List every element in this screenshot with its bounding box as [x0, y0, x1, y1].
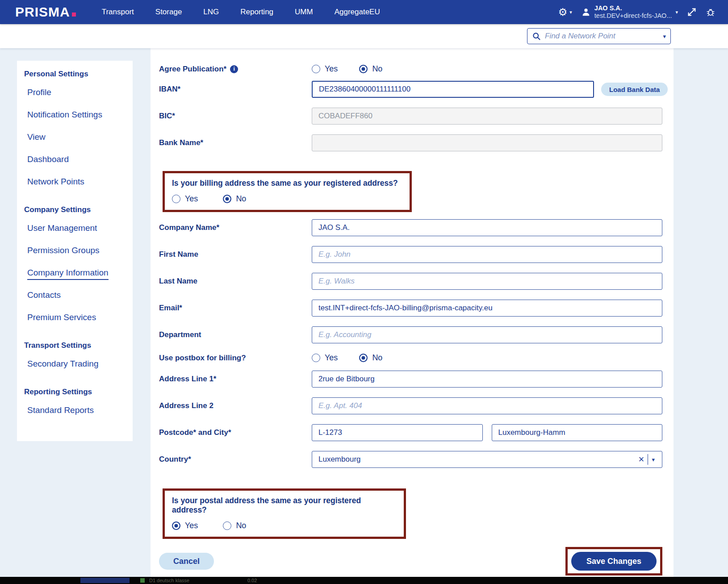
radio-circle: [172, 195, 180, 203]
postbox-no-radio[interactable]: No: [359, 353, 382, 363]
postal-yes-radio[interactable]: Yes: [172, 521, 198, 530]
secondary-bar: ▾: [0, 24, 728, 48]
sidebar-item-secondary-trading[interactable]: Secondary Trading: [24, 353, 133, 375]
radio-circle-selected: [172, 521, 180, 530]
sidebar-item-standard-reports[interactable]: Standard Reports: [24, 399, 133, 421]
bank-name-input: [312, 134, 662, 151]
background-window-text: D1 deutsch klasse: [149, 578, 189, 583]
nav-umm[interactable]: UMM: [295, 8, 313, 17]
first-name-input[interactable]: [312, 246, 662, 263]
sidebar-item-network-points[interactable]: Network Points: [24, 171, 133, 193]
postal-question-radio-group: Yes No: [172, 521, 397, 530]
settings-menu[interactable]: ⚙ ▾: [558, 7, 572, 17]
bank-name-label: Bank Name*: [159, 138, 312, 147]
nav-aggregateeu[interactable]: AggregateEU: [335, 8, 380, 17]
info-icon[interactable]: i: [230, 65, 238, 73]
billing-question-label: Is your billing address the same as your…: [172, 179, 402, 188]
city-input[interactable]: [492, 424, 663, 441]
user-icon: [581, 7, 591, 17]
country-select[interactable]: Luxembourg × ▾: [312, 451, 662, 468]
iban-input[interactable]: [312, 81, 594, 98]
sidebar-section-company: Company Settings: [24, 205, 133, 214]
billing-yes-radio[interactable]: Yes: [172, 194, 198, 204]
address-line-1-input[interactable]: [312, 371, 662, 388]
radio-circle-selected: [359, 354, 368, 362]
nav-storage[interactable]: Storage: [155, 8, 182, 17]
background-window-text: 0.02: [247, 578, 257, 583]
radio-circle: [312, 65, 320, 73]
sidebar-item-premium-services[interactable]: Premium Services: [24, 306, 133, 329]
bic-label: BIC*: [159, 112, 312, 121]
fullscreen-icon[interactable]: [687, 7, 697, 17]
first-name-label: First Name: [159, 250, 312, 259]
billing-question-radio-group: Yes No: [172, 194, 402, 204]
agree-publication-label: Agree Publication* i: [159, 65, 312, 74]
background-window-strip: D1 deutsch klasse 0.02: [0, 577, 728, 584]
radio-circle-selected: [359, 65, 368, 73]
user-menu[interactable]: JAO S.A. test.DEV+direct-fcfs-JAO... ▾: [581, 4, 678, 19]
search-input[interactable]: [545, 32, 659, 41]
postal-question-label: Is your postal address the same as your …: [172, 496, 397, 515]
sidebar-section-transport: Transport Settings: [24, 341, 133, 350]
main-nav: Transport Storage LNG Reporting UMM Aggr…: [102, 8, 380, 17]
sidebar-item-permission-groups[interactable]: Permission Groups: [24, 239, 133, 262]
radio-circle: [223, 521, 231, 530]
email-input[interactable]: [312, 300, 662, 317]
agree-publication-no-radio[interactable]: No: [359, 64, 382, 74]
company-name-label: Company Name*: [159, 223, 312, 232]
bug-report-icon[interactable]: [706, 7, 715, 17]
annotation-box-save-button: Save Changes: [565, 547, 662, 576]
sidebar-item-notification-settings[interactable]: Notification Settings: [24, 104, 133, 126]
last-name-input[interactable]: [312, 273, 662, 290]
agree-publication-yes-radio[interactable]: Yes: [312, 64, 338, 74]
sidebar-item-profile[interactable]: Profile: [24, 81, 133, 104]
chevron-down-icon: ▾: [675, 9, 678, 15]
department-label: Department: [159, 330, 312, 339]
chevron-down-icon: ▾: [569, 9, 572, 15]
background-window-icon: [140, 578, 145, 583]
postbox-radio-group: Yes No: [312, 353, 382, 363]
bic-input: [312, 108, 662, 125]
chevron-down-icon[interactable]: ▾: [648, 456, 658, 463]
top-navigation-bar: PRISMA Transport Storage LNG Reporting U…: [0, 0, 728, 24]
last-name-label: Last Name: [159, 277, 312, 286]
radio-circle: [312, 354, 320, 362]
gear-icon: ⚙: [558, 7, 568, 17]
sidebar-item-view[interactable]: View: [24, 126, 133, 148]
background-window-fragment: [80, 578, 130, 583]
chevron-down-icon[interactable]: ▾: [663, 33, 666, 40]
sidebar-item-contacts[interactable]: Contacts: [24, 284, 133, 306]
postbox-label: Use postbox for billing?: [159, 354, 312, 363]
network-point-search[interactable]: ▾: [527, 28, 671, 44]
country-label: Country*: [159, 455, 312, 464]
sidebar-item-dashboard[interactable]: Dashboard: [24, 148, 133, 171]
nav-reporting[interactable]: Reporting: [240, 8, 273, 17]
agree-publication-radio-group: Yes No: [312, 64, 382, 74]
company-name-input[interactable]: [312, 219, 662, 236]
nav-transport[interactable]: Transport: [102, 8, 134, 17]
clear-icon[interactable]: ×: [635, 455, 648, 464]
user-company: JAO S.A.: [594, 4, 672, 12]
sidebar-item-company-information[interactable]: Company Information: [24, 262, 133, 284]
prisma-logo[interactable]: PRISMA: [15, 4, 76, 20]
annotation-box-billing-question: Is your billing address the same as your…: [163, 171, 412, 212]
email-label: Email*: [159, 304, 312, 313]
cancel-button[interactable]: Cancel: [159, 553, 214, 570]
load-bank-data-button[interactable]: Load Bank Data: [601, 83, 668, 96]
brand-dot: [72, 13, 76, 17]
postcode-city-label: Postcode* and City*: [159, 428, 312, 437]
sidebar-item-user-management[interactable]: User Management: [24, 217, 133, 239]
postcode-input[interactable]: [312, 424, 483, 441]
address-line-2-input[interactable]: [312, 397, 662, 414]
save-changes-button[interactable]: Save Changes: [571, 552, 657, 571]
brand-name: PRISMA: [15, 4, 70, 20]
postbox-yes-radio[interactable]: Yes: [312, 353, 338, 363]
department-input[interactable]: [312, 326, 662, 343]
address-line-2-label: Address Line 2: [159, 401, 312, 410]
annotation-box-postal-question: Is your postal address the same as your …: [163, 488, 406, 539]
billing-no-radio[interactable]: No: [223, 194, 246, 204]
user-account: test.DEV+direct-fcfs-JAO...: [594, 12, 672, 20]
search-icon: [532, 32, 541, 41]
postal-no-radio[interactable]: No: [223, 521, 246, 530]
nav-lng[interactable]: LNG: [203, 8, 219, 17]
